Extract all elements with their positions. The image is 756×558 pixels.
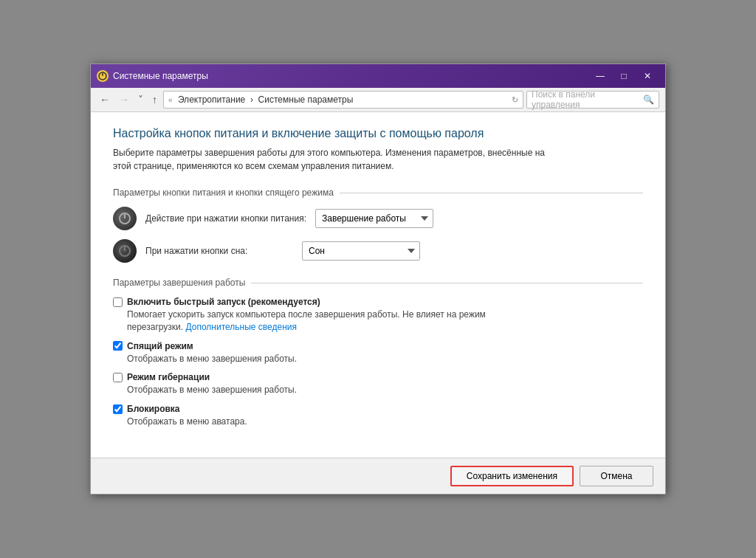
- save-button[interactable]: Сохранить изменения: [450, 466, 574, 486]
- lock-label[interactable]: Блокировка: [127, 404, 180, 414]
- lock-checkbox[interactable]: [113, 404, 123, 414]
- minimize-button[interactable]: —: [588, 69, 612, 83]
- sleep-mode-desc: Отображать в меню завершения работы.: [127, 353, 643, 365]
- section-shutdown: Параметры завершения работы Включить быс…: [113, 278, 643, 428]
- back-button[interactable]: ←: [97, 92, 113, 107]
- section2-header: Параметры завершения работы: [113, 278, 643, 288]
- close-button[interactable]: ✕: [636, 69, 659, 83]
- toolbar: ← → ˅ ↑ « Электропитание › Системные пар…: [91, 88, 665, 112]
- section-power-buttons: Параметры кнопки питания и кнопки спящег…: [113, 187, 643, 263]
- sleep-button-icon: [113, 239, 137, 263]
- up-button[interactable]: ↑: [149, 92, 160, 107]
- fast-startup-item: Включить быстрый запуск (рекомендуется) …: [113, 297, 643, 334]
- page-description: Выберите параметры завершения работы для…: [113, 146, 643, 173]
- sleep-mode-row: Спящий режим: [113, 341, 643, 351]
- maximize-button[interactable]: □: [612, 69, 636, 83]
- address-text: Электропитание › Системные параметры: [176, 94, 512, 105]
- search-icon: 🔍: [643, 94, 654, 105]
- desc-line2: этой странице, применяются ко всем схема…: [113, 161, 394, 171]
- power-button-icon: [113, 207, 137, 230]
- sleep-btn-option: При нажатии кнопки сна: Сон Гибернация Н…: [113, 239, 643, 263]
- sleep-btn-select[interactable]: Сон Гибернация Ничего не делать: [302, 241, 420, 261]
- forward-button[interactable]: →: [116, 92, 132, 107]
- lock-desc: Отображать в меню аватара.: [127, 416, 643, 428]
- hibernate-checkbox[interactable]: [113, 373, 123, 382]
- power-btn-option: Действие при нажатии кнопки питания: Зав…: [113, 207, 643, 230]
- content-area: Настройка кнопок питания и включение защ…: [91, 112, 665, 458]
- refresh-icon[interactable]: ↻: [512, 95, 518, 105]
- window-controls: — □ ✕: [588, 69, 659, 83]
- titlebar-left: Системные параметры: [97, 70, 208, 82]
- address-chevron: «: [168, 96, 173, 104]
- fast-startup-label[interactable]: Включить быстрый запуск (рекомендуется): [127, 297, 320, 307]
- hibernate-item: Режим гибернации Отображать в меню завер…: [113, 372, 643, 396]
- dropdown-button[interactable]: ˅: [135, 92, 146, 107]
- titlebar: Системные параметры — □ ✕: [91, 64, 665, 88]
- hibernate-label[interactable]: Режим гибернации: [127, 372, 210, 382]
- additional-info-link[interactable]: Дополнительные сведения: [185, 322, 296, 332]
- hibernate-desc: Отображать в меню завершения работы.: [127, 384, 643, 396]
- search-bar[interactable]: Поиск в панели управления 🔍: [526, 91, 659, 108]
- lock-row: Блокировка: [113, 404, 643, 414]
- fast-startup-row: Включить быстрый запуск (рекомендуется): [113, 297, 643, 307]
- fast-startup-desc: Помогает ускорить запуск компьютера посл…: [127, 309, 643, 334]
- window-title: Системные параметры: [113, 71, 208, 81]
- sleep-mode-item: Спящий режим Отображать в меню завершени…: [113, 341, 643, 365]
- checkbox-section: Включить быстрый запуск (рекомендуется) …: [113, 297, 643, 428]
- power-btn-label: Действие при нажатии кнопки питания:: [145, 213, 306, 224]
- page-title: Настройка кнопок питания и включение защ…: [113, 127, 643, 140]
- hibernate-row: Режим гибернации: [113, 372, 643, 382]
- main-window: Системные параметры — □ ✕ ← → ˅ ↑ « Элек…: [90, 63, 666, 495]
- section1-header: Параметры кнопки питания и кнопки спящег…: [113, 187, 643, 198]
- lock-item: Блокировка Отображать в меню аватара.: [113, 404, 643, 428]
- app-icon: [97, 70, 109, 82]
- fast-startup-checkbox[interactable]: [113, 297, 123, 307]
- search-placeholder-text: Поиск в панели управления: [532, 89, 640, 110]
- cancel-button[interactable]: Отмена: [580, 466, 653, 486]
- sleep-mode-label[interactable]: Спящий режим: [127, 341, 193, 351]
- sleep-mode-checkbox[interactable]: [113, 341, 123, 351]
- sleep-btn-label: При нажатии кнопки сна:: [145, 246, 293, 256]
- address-bar[interactable]: « Электропитание › Системные параметры ↻: [163, 91, 523, 108]
- desc-line1: Выберите параметры завершения работы для…: [113, 148, 545, 158]
- footer: Сохранить изменения Отмена: [91, 458, 665, 494]
- power-btn-select[interactable]: Завершение работы Сон Гибернация Ничего …: [315, 209, 433, 228]
